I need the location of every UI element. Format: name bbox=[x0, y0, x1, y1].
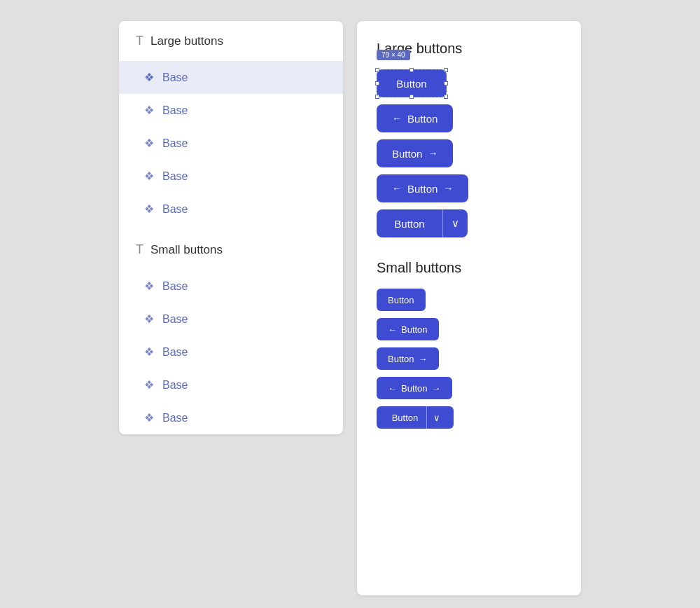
right-arrow-icon-2: → bbox=[443, 183, 453, 194]
component-icon-3: ❖ bbox=[144, 137, 154, 150]
small-right-arrow-icon-2: → bbox=[432, 383, 441, 394]
small-buttons-item-label-1: Base bbox=[162, 280, 188, 293]
handle-rm bbox=[444, 81, 448, 85]
small-buttons-item-5[interactable]: ❖ Base bbox=[119, 401, 343, 434]
split-dropdown-icon[interactable]: ∨ bbox=[443, 210, 468, 237]
large-btn-1-wrapper: 79 × 40 Button bbox=[377, 69, 561, 97]
small-buttons-item-4[interactable]: ❖ Base bbox=[119, 368, 343, 401]
large-buttons-item-label-4: Base bbox=[162, 170, 188, 183]
handle-bl bbox=[375, 95, 379, 99]
small-buttons-title: Small buttons bbox=[150, 243, 223, 257]
large-button-both-arrows[interactable]: ← Button → bbox=[377, 174, 468, 202]
large-button-plain-selected[interactable]: Button bbox=[377, 69, 447, 97]
small-split-button-label: Button bbox=[384, 408, 427, 428]
small-buttons-item-label-5: Base bbox=[162, 412, 188, 424]
component-icon-4: ❖ bbox=[144, 170, 154, 183]
small-button-plain[interactable]: Button bbox=[377, 289, 426, 311]
large-buttons-item-label-3: Base bbox=[162, 137, 188, 150]
component-icon-5: ❖ bbox=[144, 202, 154, 216]
small-buttons-item-label-4: Base bbox=[162, 379, 188, 392]
small-button-split[interactable]: Button ∨ bbox=[377, 406, 454, 429]
large-buttons-group: 79 × 40 Button bbox=[377, 69, 561, 237]
small-buttons-header: T Small buttons bbox=[119, 230, 343, 270]
component-icon-1: ❖ bbox=[144, 71, 154, 84]
small-right-arrow-icon: → bbox=[419, 354, 428, 364]
small-left-arrow-icon-2: ← bbox=[388, 383, 397, 394]
large-button-plain-label: Button bbox=[396, 78, 426, 90]
large-button-split[interactable]: Button ∨ bbox=[377, 209, 468, 237]
large-buttons-item-3[interactable]: ❖ Base bbox=[119, 127, 343, 160]
large-buttons-item-label-2: Base bbox=[162, 104, 188, 117]
large-buttons-item-label-5: Base bbox=[162, 203, 188, 216]
large-buttons-item-2[interactable]: ❖ Base bbox=[119, 94, 343, 127]
small-button-right-arrow[interactable]: Button → bbox=[377, 347, 439, 370]
large-buttons-item-1[interactable]: ❖ Base bbox=[119, 61, 343, 94]
large-button-both-label: Button bbox=[407, 183, 438, 195]
small-buttons-item-2[interactable]: ❖ Base bbox=[119, 303, 343, 336]
small-buttons-item-label-2: Base bbox=[162, 313, 188, 326]
right-arrow-icon: → bbox=[428, 148, 438, 159]
large-button-right-arrow-label: Button bbox=[392, 148, 422, 160]
component-icon-s1: ❖ bbox=[144, 279, 154, 293]
small-button-plain-label: Button bbox=[388, 295, 414, 305]
main-container: T Large buttons ❖ Base ❖ Base ❖ Base ❖ B… bbox=[119, 21, 581, 595]
handle-tl bbox=[375, 68, 379, 72]
large-button-left-arrow[interactable]: ← Button bbox=[377, 104, 453, 132]
small-buttons-item-1[interactable]: ❖ Base bbox=[119, 270, 343, 303]
small-left-arrow-icon: ← bbox=[388, 324, 397, 335]
handle-tr bbox=[444, 68, 448, 72]
small-buttons-item-3[interactable]: ❖ Base bbox=[119, 336, 343, 368]
small-button-left-arrow-label: Button bbox=[401, 324, 428, 335]
handle-lm bbox=[375, 81, 379, 85]
component-icon-s4: ❖ bbox=[144, 378, 154, 392]
left-arrow-icon: ← bbox=[392, 113, 402, 124]
left-arrow-icon-2: ← bbox=[392, 183, 402, 194]
large-buttons-item-label-1: Base bbox=[162, 71, 188, 84]
handle-tm bbox=[410, 68, 414, 72]
small-button-right-arrow-label: Button bbox=[388, 354, 414, 364]
split-button-label: Button bbox=[377, 211, 442, 237]
handle-bm bbox=[410, 95, 414, 99]
size-label: 79 × 40 bbox=[377, 50, 410, 60]
component-icon-2: ❖ bbox=[144, 104, 154, 117]
large-buttons-item-4[interactable]: ❖ Base bbox=[119, 160, 343, 193]
small-split-dropdown-icon[interactable]: ∨ bbox=[427, 408, 447, 428]
large-buttons-header: T Large buttons bbox=[119, 21, 343, 61]
large-button-left-arrow-label: Button bbox=[407, 113, 438, 125]
handle-br bbox=[444, 95, 448, 99]
small-button-both-label: Button bbox=[401, 383, 428, 394]
text-icon-small: T bbox=[136, 242, 144, 257]
right-panel: Large buttons 79 × 40 Button bbox=[357, 21, 581, 595]
component-icon-s3: ❖ bbox=[144, 345, 154, 359]
small-button-left-arrow[interactable]: ← Button bbox=[377, 318, 439, 340]
right-small-buttons-title: Small buttons bbox=[377, 260, 561, 276]
small-buttons-group: Button ← Button Button → ← Button → Butt… bbox=[377, 289, 561, 429]
large-buttons-item-5[interactable]: ❖ Base bbox=[119, 193, 343, 226]
component-icon-s2: ❖ bbox=[144, 312, 154, 326]
large-button-right-arrow[interactable]: Button → bbox=[377, 139, 453, 167]
text-icon: T bbox=[136, 34, 144, 48]
small-button-both-arrows[interactable]: ← Button → bbox=[377, 377, 452, 399]
small-buttons-item-label-3: Base bbox=[162, 346, 188, 359]
left-panel: T Large buttons ❖ Base ❖ Base ❖ Base ❖ B… bbox=[119, 21, 343, 434]
component-icon-s5: ❖ bbox=[144, 411, 154, 424]
large-buttons-title: Large buttons bbox=[150, 34, 223, 48]
